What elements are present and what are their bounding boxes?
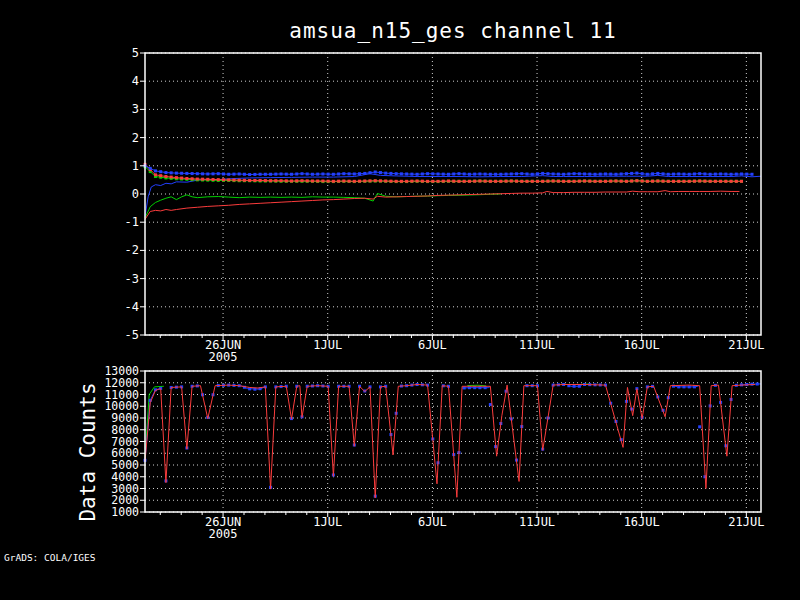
x-tick-label: 16JUL [624,338,660,352]
y-tick-label: 2 [132,131,139,145]
y-tick-label: 5 [132,46,139,60]
grads-credit: GrADS: COLA/IGES [4,552,96,563]
y-tick-label: -4 [125,300,139,314]
x-tick-label: 21JUL [728,515,764,529]
year-label: 2005 [209,350,238,364]
year-label: 2005 [209,527,238,541]
x-tick-label: 21JUL [728,338,764,352]
grads-plot: amsua_n15_ges channel 11 -5-4-3-2-101234… [0,0,800,600]
y-tick-label: -5 [125,328,139,342]
x-tick-label: 1JUL [313,338,342,352]
y-tick-label: -2 [125,243,139,257]
y-tick-label: 3 [132,102,139,116]
y-tick-label: 1 [132,159,139,173]
x-tick-label: 6JUL [418,338,447,352]
x-tick-label: 11JUL [519,515,555,529]
y-tick-label: -3 [125,272,139,286]
x-tick-label: 6JUL [418,515,447,529]
x-tick-label: 1JUL [313,515,342,529]
y-tick-label: 0 [132,187,139,201]
y-tick-label: 4 [132,74,139,88]
x-tick-label: 16JUL [624,515,660,529]
x-tick-label: 11JUL [519,338,555,352]
y-axis-title: Data Counts [76,382,100,521]
y-tick-label: 13000 [104,364,139,378]
chart-title: amsua_n15_ges channel 11 [289,19,616,43]
y-tick-label: -1 [125,215,139,229]
